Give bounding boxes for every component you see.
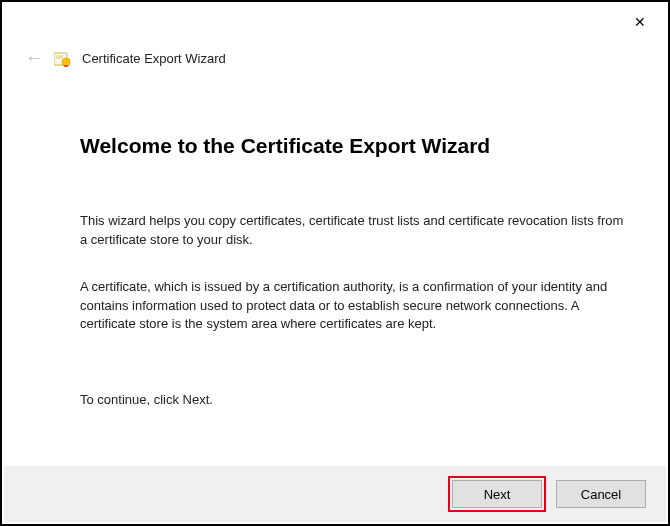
continue-text: To continue, click Next.	[80, 392, 630, 407]
titlebar: ✕	[624, 2, 668, 42]
close-button[interactable]: ✕	[624, 10, 656, 34]
close-icon: ✕	[634, 14, 646, 30]
page-heading: Welcome to the Certificate Export Wizard	[80, 134, 630, 158]
explain-text: A certificate, which is issued by a cert…	[80, 278, 630, 335]
cancel-button[interactable]: Cancel	[556, 480, 646, 508]
certificate-wizard-icon	[54, 51, 72, 67]
wizard-title: Certificate Export Wizard	[82, 51, 226, 66]
back-arrow-icon: ←	[24, 48, 44, 69]
wizard-content: Welcome to the Certificate Export Wizard…	[80, 134, 630, 407]
wizard-footer: Next Cancel	[4, 466, 666, 522]
next-button-highlight: Next	[448, 476, 546, 512]
next-button[interactable]: Next	[452, 480, 542, 508]
intro-text: This wizard helps you copy certificates,…	[80, 212, 630, 250]
wizard-header: ← Certificate Export Wizard	[24, 48, 226, 69]
